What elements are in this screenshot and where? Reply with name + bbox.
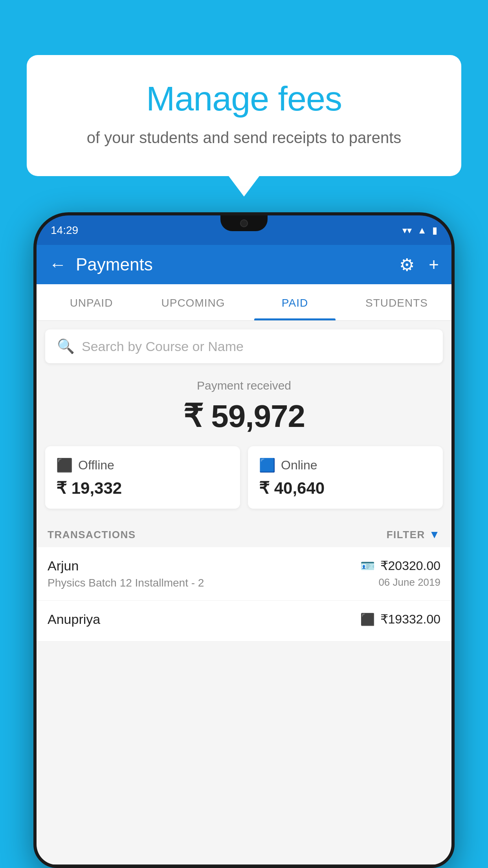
filter-button[interactable]: FILTER ▼	[387, 528, 440, 541]
transactions-label: TRANSACTIONS	[48, 529, 136, 541]
transaction-name: Anupriya	[48, 612, 360, 627]
offline-card: ⬛ Offline ₹ 19,332	[45, 446, 240, 509]
status-icons: ▾▾ ▲ ▮	[402, 225, 437, 236]
tabs: UNPAID UPCOMING PAID STUDENTS	[37, 284, 451, 321]
offline-amount: ₹ 19,332	[56, 478, 229, 498]
tab-paid[interactable]: PAID	[244, 284, 346, 320]
search-bar[interactable]: 🔍 Search by Course or Name	[45, 329, 443, 363]
payment-type-icon: ⬛	[360, 612, 375, 626]
transaction-left: Anupriya	[48, 612, 360, 630]
bubble-title: Manage fees	[58, 79, 430, 119]
phone-frame: 14:29 ▾▾ ▲ ▮ ← Payments ⚙ + UNPAID UPCOM…	[33, 212, 455, 868]
search-icon: 🔍	[57, 338, 75, 355]
transactions-header: TRANSACTIONS FILTER ▼	[37, 520, 451, 547]
transaction-course: Physics Batch 12 Installment - 2	[48, 577, 360, 589]
payment-cards: ⬛ Offline ₹ 19,332 🟦 Online ₹ 40,640	[37, 446, 451, 520]
settings-button[interactable]: ⚙	[399, 255, 415, 275]
status-bar: 14:29 ▾▾ ▲ ▮	[37, 215, 451, 245]
online-icon: 🟦	[259, 457, 275, 473]
tab-students[interactable]: STUDENTS	[346, 284, 448, 320]
wifi-icon: ▾▾	[402, 225, 412, 236]
transaction-item[interactable]: Anupriya ⬛ ₹19332.00	[37, 601, 451, 642]
volume-down-button	[453, 349, 455, 412]
tab-upcoming[interactable]: UPCOMING	[142, 284, 244, 320]
online-card: 🟦 Online ₹ 40,640	[248, 446, 443, 509]
app-header: ← Payments ⚙ +	[37, 245, 451, 284]
offline-label: Offline	[78, 458, 114, 473]
transaction-right: ⬛ ₹19332.00	[360, 612, 440, 630]
search-input[interactable]: Search by Course or Name	[82, 339, 244, 354]
filter-label: FILTER	[387, 529, 425, 541]
payment-received-label: Payment received	[44, 379, 444, 392]
transaction-name: Arjun	[48, 558, 360, 574]
online-amount: ₹ 40,640	[259, 478, 432, 498]
notch	[220, 215, 268, 231]
back-button[interactable]: ←	[49, 256, 66, 273]
status-time: 14:29	[51, 224, 78, 237]
phone-content: 🔍 Search by Course or Name Payment recei…	[37, 321, 451, 864]
page-title: Payments	[76, 255, 390, 274]
header-actions: ⚙ +	[399, 255, 439, 275]
tab-unpaid[interactable]: UNPAID	[40, 284, 142, 320]
payment-received-section: Payment received ₹ 59,972	[37, 363, 451, 446]
payment-received-amount: ₹ 59,972	[44, 398, 444, 434]
add-button[interactable]: +	[429, 255, 439, 274]
payment-type-icon: 🪪	[360, 559, 375, 573]
signal-icon: ▲	[417, 225, 427, 236]
transaction-date: 06 June 2019	[360, 576, 440, 588]
transaction-item[interactable]: Arjun Physics Batch 12 Installment - 2 🪪…	[37, 547, 451, 601]
power-button	[453, 302, 455, 337]
filter-icon: ▼	[429, 528, 440, 541]
transaction-amount: ₹19332.00	[380, 612, 440, 627]
volume-button	[33, 326, 35, 373]
camera	[240, 219, 248, 227]
transaction-amount: ₹20320.00	[380, 558, 440, 573]
transaction-right: 🪪 ₹20320.00 06 June 2019	[360, 558, 440, 588]
speech-bubble: Manage fees of your students and send re…	[27, 55, 461, 176]
offline-icon: ⬛	[56, 457, 73, 473]
battery-icon: ▮	[432, 225, 437, 236]
bubble-subtitle: of your students and send receipts to pa…	[58, 127, 430, 149]
online-label: Online	[281, 458, 317, 473]
transaction-left: Arjun Physics Batch 12 Installment - 2	[48, 558, 360, 589]
